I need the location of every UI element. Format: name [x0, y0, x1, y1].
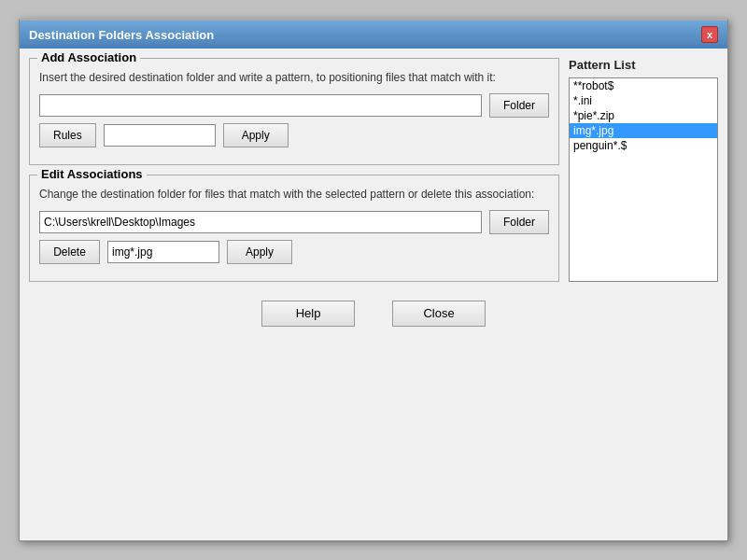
pattern-list-label: Pattern List [569, 58, 718, 72]
add-association-title: Add Association [37, 50, 140, 64]
add-folder-row: Folder [39, 93, 549, 118]
add-apply-button[interactable]: Apply [223, 123, 289, 147]
dialog-body: Add Association Insert the desired desti… [20, 49, 727, 291]
add-pattern-row: Rules Apply [39, 123, 549, 147]
title-bar: Destination Folders Association x [20, 21, 727, 49]
delete-button[interactable]: Delete [39, 240, 100, 264]
rules-button[interactable]: Rules [39, 123, 96, 147]
edit-pattern-input[interactable] [107, 241, 219, 263]
edit-associations-title: Edit Associations [37, 167, 147, 181]
edit-folder-button[interactable]: Folder [489, 210, 549, 234]
edit-associations-description: Change the destination folder for files … [39, 187, 549, 203]
dialog-title: Destination Folders Association [29, 28, 214, 42]
dialog: Destination Folders Association x Add As… [19, 19, 728, 541]
edit-folder-input[interactable] [39, 211, 482, 233]
edit-pattern-row: Delete Apply [39, 240, 549, 264]
add-folder-input[interactable] [39, 94, 482, 117]
edit-apply-button[interactable]: Apply [227, 240, 292, 264]
list-item[interactable]: *pie*.zip [570, 108, 717, 123]
help-button[interactable]: Help [261, 301, 355, 327]
close-icon-button[interactable]: x [701, 26, 718, 43]
pattern-list-panel: Pattern List **robot$*.ini*pie*.zipimg*.… [569, 58, 718, 282]
list-item[interactable]: penguin*.$ [570, 138, 717, 153]
list-item[interactable]: img*.jpg [570, 123, 717, 138]
edit-associations-group: Edit Associations Change the destination… [29, 175, 559, 282]
list-item[interactable]: *.ini [570, 93, 717, 108]
edit-folder-row: Folder [39, 210, 549, 234]
footer: Help Close [20, 291, 727, 340]
pattern-listbox[interactable]: **robot$*.ini*pie*.zipimg*.jpgpenguin*.$ [569, 77, 718, 282]
add-association-group: Add Association Insert the desired desti… [29, 58, 559, 165]
close-button[interactable]: Close [392, 301, 486, 327]
list-item[interactable]: **robot$ [570, 78, 717, 93]
add-association-description: Insert the desired destination folder an… [39, 70, 549, 86]
left-panel: Add Association Insert the desired desti… [29, 58, 559, 282]
add-folder-button[interactable]: Folder [489, 93, 549, 118]
add-pattern-input[interactable] [104, 124, 216, 147]
